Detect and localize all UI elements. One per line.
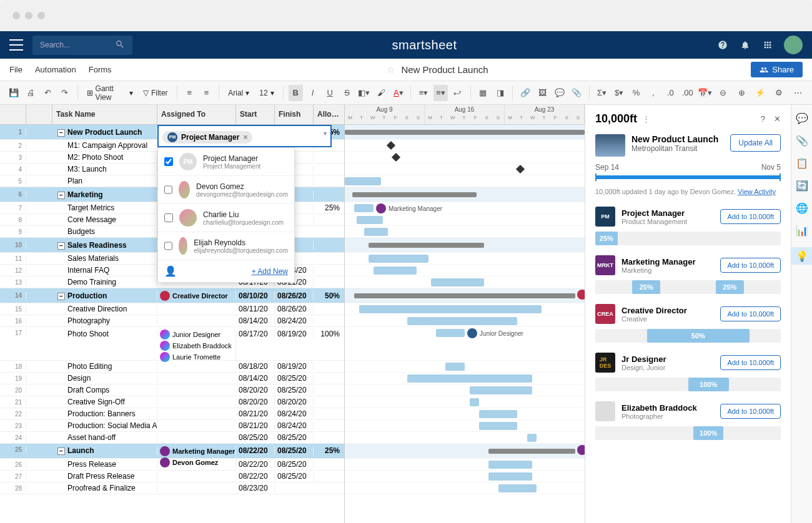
gantt-bar[interactable] — [357, 216, 383, 224]
gantt-bar[interactable] — [479, 410, 517, 418]
table-row[interactable]: 20Draft Comps08/20/2008/25/20 — [0, 384, 344, 396]
update-all-button[interactable]: Update All — [730, 134, 781, 152]
contact-checkbox[interactable] — [164, 213, 173, 222]
assigned-to-editor[interactable]: PMProject Manager×▾ — [157, 125, 332, 147]
view-dropdown[interactable]: ⊞ Gantt View ▾ — [83, 82, 137, 104]
gantt-bar[interactable] — [445, 363, 465, 371]
strike-button[interactable]: S — [340, 85, 354, 101]
panel-close-icon[interactable]: ✕ — [774, 114, 781, 124]
contact-option[interactable]: Elijah Reynoldselijahreynolds@torquedesi… — [158, 232, 294, 260]
gantt-bar[interactable] — [470, 386, 532, 394]
contact-option[interactable]: Devon Gomezdevongomez@torquedesign.com — [158, 176, 294, 204]
zoom-out-icon[interactable]: ⊖ — [715, 85, 731, 101]
apps-icon[interactable] — [761, 39, 774, 51]
underline-button[interactable]: U — [322, 85, 337, 101]
italic-button[interactable]: I — [305, 85, 320, 101]
comment-icon[interactable]: 💬 — [552, 85, 567, 101]
highlight-button[interactable]: ◨ — [493, 85, 507, 101]
text-color-button[interactable]: A▾ — [391, 85, 405, 101]
panel-help-icon[interactable]: ? — [761, 114, 765, 124]
bold-button[interactable]: B — [289, 85, 303, 101]
user-avatar[interactable] — [784, 36, 803, 54]
add-to-10000ft-button[interactable]: Add to 10,000ft — [720, 209, 781, 224]
gantt-bar[interactable] — [354, 204, 374, 212]
gantt-bar[interactable] — [352, 192, 477, 197]
rail-comments-icon[interactable]: 💬 — [796, 112, 808, 124]
table-row[interactable]: 15Creative Direction08/11/2008/26/20 — [0, 303, 344, 315]
redo-icon[interactable]: ↷ — [57, 85, 72, 101]
align-mid-button[interactable]: ≡▾ — [433, 85, 448, 101]
gantt-bar[interactable] — [488, 461, 532, 469]
menu-forms[interactable]: Forms — [89, 65, 112, 74]
align-icon[interactable]: ≡ — [182, 85, 197, 101]
table-row[interactable]: 18Photo Editing08/18/2008/19/20 — [0, 361, 344, 373]
dec-dec-icon[interactable]: .00 — [680, 85, 695, 101]
table-row[interactable]: 26Press Release08/22/2008/25/20 — [0, 459, 344, 471]
contact-checkbox[interactable] — [164, 242, 172, 250]
rail-publish-icon[interactable]: 🌐 — [796, 202, 808, 213]
align-icon-2[interactable]: ≡ — [199, 85, 214, 101]
contact-checkbox[interactable] — [164, 157, 173, 166]
font-dropdown[interactable]: Arial ▾ — [224, 86, 253, 100]
panel-menu-icon[interactable]: ⋮ — [642, 114, 650, 124]
date-icon[interactable]: 📅▾ — [697, 85, 711, 101]
menu-icon[interactable] — [9, 39, 23, 51]
wrap-button[interactable]: ⮐ — [450, 85, 465, 101]
add-to-10000ft-button[interactable]: Add to 10,000ft — [720, 306, 781, 321]
star-icon[interactable]: ☆ — [387, 64, 395, 75]
gantt-bar[interactable] — [374, 266, 417, 275]
contact-checkbox[interactable] — [164, 185, 172, 194]
gantt-milestone[interactable] — [392, 153, 400, 162]
currency-icon[interactable]: $▾ — [611, 85, 626, 101]
table-row[interactable]: 27Draft Press Release08/22/2008/25/20 — [0, 471, 344, 482]
image-icon[interactable]: 🖼 — [535, 85, 550, 101]
table-row[interactable]: 19Design08/14/2008/25/20 — [0, 373, 344, 384]
table-row[interactable]: 23Production: Social Media Art08/21/2008… — [0, 420, 344, 432]
table-row[interactable]: 28Proofread & Finalize08/23/20 — [0, 482, 344, 494]
rail-resource-icon[interactable]: 💡 — [791, 247, 813, 265]
filter-button[interactable]: ▽ Filter — [139, 86, 172, 100]
settings-icon[interactable]: ⚙ — [771, 85, 787, 101]
fill-color-button[interactable]: ◧▾ — [357, 85, 371, 101]
view-activity-link[interactable]: View Activity — [738, 188, 776, 195]
gantt-bar[interactable] — [354, 293, 575, 298]
help-icon[interactable] — [716, 39, 729, 51]
add-new-contact-link[interactable]: + Add New — [252, 267, 288, 276]
contact-option[interactable]: PMProject ManagerProject Management — [158, 148, 294, 176]
add-to-10000ft-button[interactable]: Add to 10,000ft — [720, 404, 781, 419]
gantt-bar[interactable] — [479, 422, 517, 430]
dropdown-icon[interactable]: ▾ — [324, 130, 327, 137]
gantt-bar[interactable] — [359, 305, 542, 313]
gantt-bar[interactable] — [488, 449, 575, 454]
gantt-bar[interactable] — [407, 374, 532, 383]
dec-inc-icon[interactable]: .0 — [663, 85, 678, 101]
gantt-bar[interactable] — [407, 317, 518, 325]
gantt-bar[interactable] — [436, 329, 465, 337]
menu-automation[interactable]: Automation — [35, 65, 76, 74]
gantt-bar[interactable] — [364, 228, 388, 236]
add-to-10000ft-button[interactable]: Add to 10,000ft — [720, 258, 781, 273]
rail-attach-icon[interactable]: 📎 — [796, 135, 808, 146]
gantt-bar[interactable] — [369, 255, 428, 263]
rail-proof-icon[interactable]: 📋 — [796, 157, 808, 169]
table-row[interactable]: 16Photography08/14/2008/24/20 — [0, 315, 344, 327]
table-row[interactable]: 14−ProductionCreative Director08/10/2008… — [0, 288, 344, 303]
menu-file[interactable]: File — [9, 65, 22, 74]
col-header-task[interactable]: Task Name — [52, 105, 157, 124]
percent-icon[interactable]: % — [629, 85, 643, 101]
gantt-milestone[interactable] — [387, 141, 395, 150]
gantt-bar[interactable] — [345, 130, 585, 135]
more-icon[interactable]: ⋯ — [790, 85, 806, 101]
col-header-finish[interactable]: Finish — [275, 105, 314, 124]
bell-icon[interactable] — [739, 39, 751, 51]
window-min-dot[interactable] — [25, 12, 32, 19]
attach-icon[interactable]: 📎 — [570, 85, 584, 101]
col-header-alloc[interactable]: Allocati... — [314, 105, 344, 124]
gantt-bar[interactable] — [431, 278, 483, 286]
table-row[interactable]: 24Asset hand-off08/25/2008/25/20 — [0, 432, 344, 444]
fontsize-dropdown[interactable]: 12 ▾ — [255, 86, 277, 100]
gantt-area[interactable]: Aug 9MTWTFSSAug 16MTWTFSSAug 23MTWTFSS P… — [345, 105, 585, 523]
contact-card-icon[interactable]: 👤 — [164, 265, 177, 277]
gantt-milestone[interactable] — [516, 165, 525, 174]
col-header-start[interactable]: Start — [236, 105, 275, 124]
